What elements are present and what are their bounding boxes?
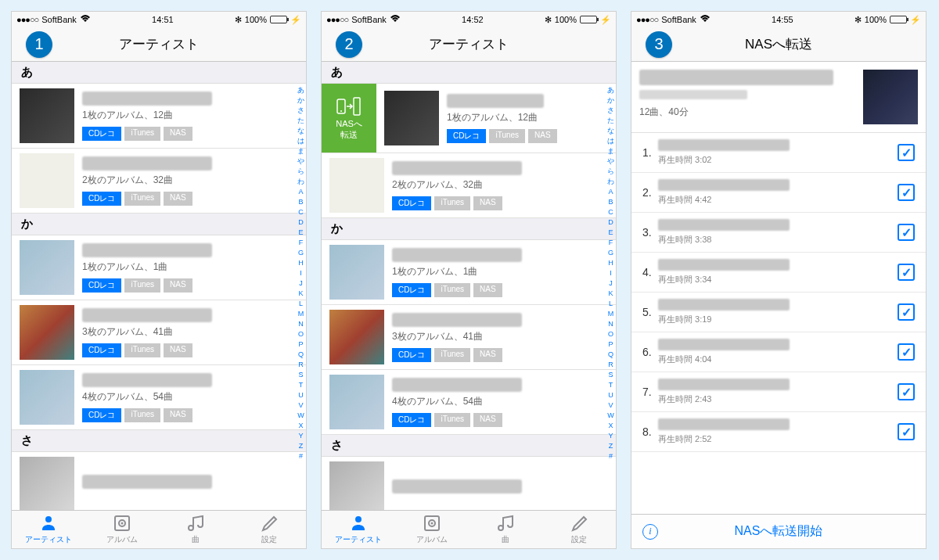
artist-row[interactable]: 4枚のアルバム、54曲 CDレコ iTunes NAS [12,365,306,430]
track-row[interactable]: 6. 再生時間 4:04 ✓ [631,332,926,372]
track-checkbox[interactable]: ✓ [898,144,915,161]
track-checkbox[interactable]: ✓ [898,343,915,361]
index-letter[interactable]: H [297,258,304,268]
index-letter[interactable]: Y [297,431,304,441]
index-letter[interactable]: P [607,339,614,350]
index-letter[interactable]: L [297,299,304,309]
index-letter[interactable]: Q [297,350,304,360]
index-letter[interactable]: か [297,95,304,106]
tab-設定[interactable]: 設定 [542,511,616,548]
index-letter[interactable]: J [607,278,614,289]
track-row[interactable]: 5. 再生時間 3:19 ✓ [631,293,926,332]
index-letter[interactable]: B [297,197,304,207]
index-letter[interactable]: S [607,370,614,380]
artist-row[interactable]: 1枚のアルバム、1曲 CDレコ iTunes NAS [12,235,306,300]
track-checkbox[interactable]: ✓ [898,224,915,241]
index-letter[interactable]: K [607,289,614,299]
index-letter[interactable]: T [607,380,614,390]
index-letter[interactable]: わ [297,177,304,187]
index-letter[interactable]: な [297,126,304,136]
index-letter[interactable]: G [607,248,614,258]
index-letter[interactable]: A [297,187,304,197]
index-letter[interactable]: L [607,299,614,309]
artist-row[interactable]: 4枚のアルバム、54曲 CDレコ iTunes NAS [322,370,616,435]
index-letter[interactable]: は [297,136,304,146]
index-letter[interactable]: た [607,116,614,126]
index-letter[interactable]: あ [607,85,614,95]
index-letter[interactable]: C [607,207,614,217]
track-checkbox[interactable]: ✓ [898,303,915,321]
track-row[interactable]: 3. 再生時間 3:38 ✓ [631,213,926,253]
index-letter[interactable]: C [297,207,304,217]
swipe-action-nas-transfer[interactable]: NASへ転送 [322,84,376,153]
index-letter[interactable]: Z [607,441,614,451]
index-letter[interactable]: は [607,136,614,146]
index-letter[interactable]: わ [607,177,614,187]
index-letter[interactable]: M [607,309,614,319]
section-index[interactable]: あかさたなはまやらわABCDEFGHIJKLMNOPQRSTUVWXYZ# [297,85,304,461]
index-letter[interactable]: さ [297,106,304,116]
index-letter[interactable]: ま [607,146,614,156]
index-letter[interactable]: X [607,421,614,431]
index-letter[interactable]: O [297,329,304,339]
tab-設定[interactable]: 設定 [232,511,306,548]
index-letter[interactable]: O [607,329,614,339]
tab-アルバム[interactable]: アルバム [395,511,469,548]
index-letter[interactable]: D [607,217,614,228]
index-letter[interactable]: E [297,228,304,238]
index-letter[interactable]: な [607,126,614,136]
index-letter[interactable]: Y [607,431,614,441]
track-row[interactable]: 4. 再生時間 3:34 ✓ [631,253,926,293]
index-letter[interactable]: # [607,451,614,461]
index-letter[interactable]: G [297,248,304,258]
index-letter[interactable]: S [297,370,304,380]
index-letter[interactable]: K [297,289,304,299]
index-letter[interactable]: た [297,116,304,126]
index-letter[interactable]: A [607,187,614,197]
artist-list[interactable]: あ 1枚のアルバム、12曲 CDレコ iTunes NAS 2枚のアルバム、32… [12,62,306,510]
track-row[interactable]: 1. 再生時間 3:02 ✓ [631,133,926,173]
artist-row[interactable]: 2枚のアルバム、32曲 CDレコ iTunes NAS [322,153,616,218]
index-letter[interactable]: や [607,156,614,167]
index-letter[interactable]: # [297,451,304,461]
index-letter[interactable]: さ [607,106,614,116]
index-letter[interactable]: V [607,400,614,411]
artist-row[interactable] [322,457,616,510]
index-letter[interactable]: W [607,411,614,421]
index-letter[interactable]: F [297,238,304,248]
tab-アーティスト[interactable]: アーティスト [322,511,395,548]
index-letter[interactable]: F [607,238,614,248]
index-letter[interactable]: ま [297,146,304,156]
index-letter[interactable]: B [607,197,614,207]
track-checkbox[interactable]: ✓ [898,184,915,201]
artist-row[interactable]: 1枚のアルバム、1曲 CDレコ iTunes NAS [322,240,616,305]
index-letter[interactable]: D [297,217,304,228]
tab-アーティスト[interactable]: アーティスト [12,511,85,548]
index-letter[interactable]: T [297,380,304,390]
index-letter[interactable]: I [297,268,304,278]
artist-row[interactable]: 3枚のアルバム、41曲 CDレコ iTunes NAS [12,300,306,365]
index-letter[interactable]: V [297,400,304,411]
index-letter[interactable]: R [607,360,614,370]
artist-row[interactable]: 1枚のアルバム、12曲 CDレコ iTunes NAS [12,84,306,149]
artist-row[interactable]: 3枚のアルバム、41曲 CDレコ iTunes NAS [322,305,616,370]
index-letter[interactable]: N [297,319,304,329]
index-letter[interactable]: や [297,156,304,167]
index-letter[interactable]: U [297,390,304,400]
track-list[interactable]: 12曲、40分 1. 再生時間 3:02 ✓2. 再生時間 4:42 ✓3. 再… [631,62,926,514]
index-letter[interactable]: M [297,309,304,319]
track-row[interactable]: 2. 再生時間 4:42 ✓ [631,173,926,213]
index-letter[interactable]: I [607,268,614,278]
artist-list[interactable]: あ NASへ転送 1枚のアルバム、12曲 CDレコ iTunes NAS [322,62,616,510]
track-checkbox[interactable]: ✓ [898,423,915,440]
index-letter[interactable]: ら [607,167,614,177]
track-row[interactable]: 7. 再生時間 2:43 ✓ [631,372,926,412]
artist-row[interactable] [12,452,306,510]
track-checkbox[interactable]: ✓ [898,264,915,281]
index-letter[interactable]: E [607,228,614,238]
index-letter[interactable]: N [607,319,614,329]
index-letter[interactable]: H [607,258,614,268]
index-letter[interactable]: R [297,360,304,370]
index-letter[interactable]: Q [607,350,614,360]
index-letter[interactable]: P [297,339,304,350]
